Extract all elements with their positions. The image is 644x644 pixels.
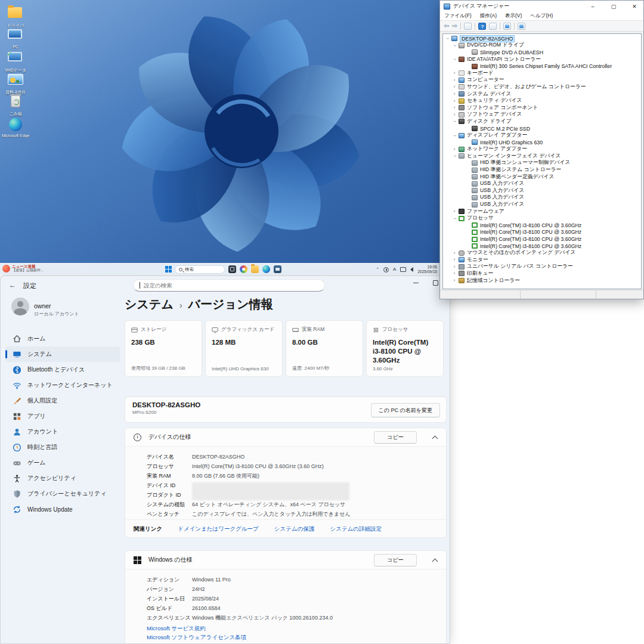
desktop-icon-photo[interactable]: 資料-8月分 xyxy=(1,72,30,95)
copy-button[interactable]: コピー xyxy=(374,431,417,444)
ime-indicator[interactable]: A xyxy=(393,267,396,272)
tree-item[interactable]: ›サウンド、ビデオ、およびゲーム コントローラー xyxy=(443,83,641,91)
sidebar-item-gaming[interactable]: ゲーム xyxy=(5,455,120,470)
chevron-up-icon[interactable] xyxy=(432,558,438,563)
collapse-arrow[interactable]: › xyxy=(452,216,457,221)
tree-item[interactable]: ›ソフトウェア デバイス xyxy=(443,112,641,119)
link-ms-services[interactable]: Microsoft サービス規約 xyxy=(147,625,446,634)
expand-arrow[interactable]: › xyxy=(452,112,457,117)
sidebar-item-home[interactable]: ホーム xyxy=(5,331,120,346)
tree-item[interactable]: ›プロセッサ xyxy=(443,215,641,222)
tree-item[interactable]: ›セキュリティ デバイス xyxy=(443,97,641,104)
tree-item[interactable]: ›キーボード xyxy=(443,70,641,77)
expand-arrow[interactable]: › xyxy=(452,84,457,89)
tree-item[interactable]: HID 準拠ベンダー定義デバイス xyxy=(443,174,641,181)
desktop-icon-folder[interactable]: ドライバ xyxy=(1,5,30,29)
expand-arrow[interactable]: › xyxy=(452,98,457,104)
volume-tray-icon[interactable] xyxy=(410,267,413,272)
minimize-button[interactable]: – xyxy=(584,1,602,12)
pinned-app-icon[interactable] xyxy=(274,265,281,273)
tree-item[interactable]: ›マウスとそのほかのポインティング デバイス xyxy=(443,249,641,256)
expand-arrow[interactable]: › xyxy=(452,264,457,270)
sidebar-item-apps[interactable]: アプリ xyxy=(5,408,120,424)
menu-view[interactable]: 表示(V) xyxy=(505,13,522,20)
display-tray-icon[interactable] xyxy=(400,267,406,272)
scan-hardware-icon[interactable] xyxy=(503,23,511,30)
sidebar-item-privacy[interactable]: プライバシーとセキュリティ xyxy=(5,486,120,501)
collapse-arrow[interactable]: › xyxy=(452,57,457,62)
maximize-button[interactable]: ▢ xyxy=(605,1,623,12)
tree-item[interactable]: USB 入力デバイス xyxy=(443,201,641,208)
forward-arrow-icon[interactable]: ⇨ xyxy=(452,23,457,29)
desktop-icon-recycle-bin[interactable]: ごみ箱 xyxy=(1,94,30,117)
menu-action[interactable]: 操作(A) xyxy=(480,13,497,20)
expand-arrow[interactable]: › xyxy=(452,257,457,262)
tree-item[interactable]: Slimtype DVD A DU8AESH xyxy=(443,49,641,56)
file-explorer-icon[interactable] xyxy=(251,265,259,273)
tree-item[interactable]: Intel(R) Core(TM) i3-8100 CPU @ 3.60GHz xyxy=(443,236,641,243)
collapse-arrow[interactable]: › xyxy=(452,154,457,159)
start-button[interactable] xyxy=(165,266,172,273)
network-tray-icon[interactable] xyxy=(383,267,389,273)
expand-arrow[interactable]: › xyxy=(452,278,457,283)
tree-item[interactable]: ›ファームウェア xyxy=(443,208,641,215)
tree-item[interactable]: ›DVD/CD-ROM ドライブ xyxy=(443,42,641,49)
chevron-up-icon[interactable] xyxy=(432,435,438,440)
tree-item[interactable]: USB 入力デバイス xyxy=(443,194,641,202)
collapse-arrow[interactable]: › xyxy=(452,133,457,138)
tree-item[interactable]: Intel(R) Core(TM) i3-8100 CPU @ 3.60GHz xyxy=(443,222,641,229)
windows-spec-header[interactable]: Windows の仕様 コピー xyxy=(125,551,446,569)
desktop-icon-edge[interactable]: Microsoft Edge xyxy=(1,117,30,138)
desktop-icon-vhd[interactable]: VHDデータ xyxy=(1,50,30,73)
tree-item[interactable]: ›ヒューマン インターフェイス デバイス xyxy=(443,153,641,160)
expand-arrow[interactable]: › xyxy=(452,105,457,110)
taskbar-clock[interactable]: 19:06 2025/09/15 xyxy=(417,265,437,275)
tree-item[interactable]: HID 準拠システム コントローラー xyxy=(443,166,641,174)
back-button[interactable]: ← xyxy=(9,281,16,289)
tree-item[interactable]: ›IDE ATA/ATAPI コントローラー xyxy=(443,56,641,63)
device-spec-header[interactable]: デバイスの仕様 コピー xyxy=(125,428,446,447)
tree-item[interactable]: ›DESKTOP-82ASGHO xyxy=(443,35,641,42)
expand-arrow[interactable]: › xyxy=(452,78,457,83)
tree-item[interactable]: SPCC M.2 PCIe SSD xyxy=(443,125,641,132)
tree-item[interactable]: USB 入力デバイス xyxy=(443,180,641,187)
tree-item[interactable]: USB 入力デバイス xyxy=(443,187,641,194)
sidebar-item-windows-update[interactable]: Windows Update xyxy=(5,501,120,517)
back-arrow-icon[interactable]: ⇦ xyxy=(444,23,449,29)
expand-arrow[interactable]: › xyxy=(452,250,457,256)
user-avatar[interactable] xyxy=(11,298,29,315)
expand-arrow[interactable]: › xyxy=(452,91,457,97)
tree-item[interactable]: Intel(R) Core(TM) i3-8100 CPU @ 3.60GHz xyxy=(443,243,641,250)
menu-help[interactable]: ヘルプ(H) xyxy=(530,13,553,20)
sidebar-item-accounts[interactable]: アカウント xyxy=(5,424,120,439)
collapse-arrow[interactable]: › xyxy=(445,36,450,41)
link-advanced-settings[interactable]: システムの詳細設定 xyxy=(330,525,382,533)
link-domain-workgroup[interactable]: ドメインまたはワークグループ xyxy=(178,525,259,533)
tree-item[interactable]: ›ディスク ドライブ xyxy=(443,118,641,125)
collapse-arrow[interactable]: › xyxy=(452,43,457,48)
help-icon[interactable]: ? xyxy=(478,23,486,30)
tray-overflow-chevron[interactable]: ⌃ xyxy=(376,267,379,271)
tree-item[interactable]: Intel(R) UHD Graphics 630 xyxy=(443,139,641,146)
computer-scan-icon[interactable] xyxy=(518,23,525,30)
tree-item[interactable]: HID 準拠コンシューマー制御デバイス xyxy=(443,160,641,167)
tree-item[interactable]: Intel(R) Core(TM) i3-8100 CPU @ 3.60GHz xyxy=(443,229,641,236)
desktop-icon-pc[interactable]: PC xyxy=(1,27,30,49)
tree-item[interactable]: ›印刷キュー xyxy=(443,270,641,277)
sidebar-item-time-language[interactable]: 時刻と言語 xyxy=(5,439,120,455)
tree-item[interactable]: ›ユニバーサル シリアル バス コントローラー xyxy=(443,264,641,271)
link-system-protection[interactable]: システムの保護 xyxy=(274,525,315,533)
task-view-button[interactable] xyxy=(228,265,236,273)
expand-arrow[interactable]: › xyxy=(452,70,457,76)
photos-app-icon[interactable] xyxy=(240,265,247,273)
edge-taskbar-icon[interactable] xyxy=(262,265,270,273)
expand-arrow[interactable]: › xyxy=(452,209,457,214)
tree-item[interactable]: ›システム デバイス xyxy=(443,91,641,98)
console-window-icon[interactable] xyxy=(464,23,472,30)
sidebar-item-accessibility[interactable]: アクセシビリティ xyxy=(5,470,120,486)
expand-arrow[interactable]: › xyxy=(452,147,457,152)
device-manager-titlebar[interactable]: デバイス マネージャー – ▢ ✕ xyxy=(440,1,643,12)
copy-button[interactable]: コピー xyxy=(374,554,417,566)
properties-icon[interactable] xyxy=(489,23,497,30)
taskbar-search[interactable]: 検索 xyxy=(175,265,225,274)
